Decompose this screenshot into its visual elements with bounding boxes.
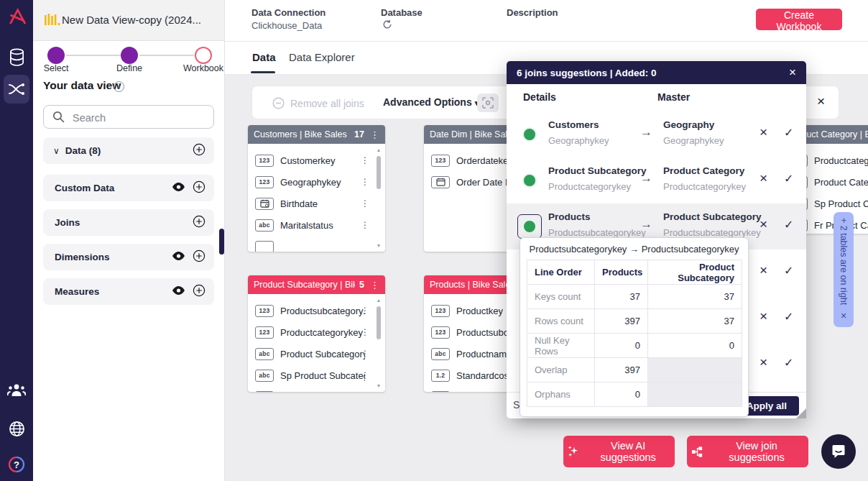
join-status-dot[interactable] [522, 173, 537, 188]
scrollbar-thumb[interactable] [377, 306, 381, 339]
field-menu-icon[interactable]: ⋮ [361, 349, 369, 359]
table-card-title: Product Subcategory | Bik... [254, 280, 355, 290]
modal-close-icon[interactable]: × [789, 65, 796, 80]
search-box [43, 105, 214, 129]
join-status-dot[interactable] [522, 127, 537, 142]
step-workbook-label: Workbook [175, 63, 232, 73]
scrollbar-thumb[interactable] [377, 156, 381, 189]
search-input[interactable] [71, 106, 211, 129]
skip-all-button-partial[interactable]: S [513, 399, 520, 411]
reject-join-icon[interactable]: × [760, 170, 767, 186]
section-measures[interactable]: Measures [43, 278, 214, 305]
tables-right-badge[interactable]: + 2 tables are on right × [834, 212, 854, 327]
field-menu-icon[interactable]: ⋮ [361, 370, 369, 380]
visibility-eye-icon[interactable] [172, 251, 185, 264]
tab-data-explorer[interactable]: Data Explorer [289, 51, 355, 63]
scroll-down-icon[interactable]: ▼ [377, 382, 382, 390]
step-select-circle[interactable] [47, 47, 65, 64]
advanced-options-label: Advanced Options [383, 96, 472, 108]
detail-key-name: Productsubcategorykey [548, 227, 646, 238]
card-scrollbar[interactable]: ▲ ▼ [374, 147, 383, 249]
add-join-icon[interactable] [193, 215, 206, 231]
view-ai-suggestions-button[interactable]: View AI suggestions [563, 436, 675, 467]
toolbar-close-icon[interactable]: × [817, 93, 825, 109]
reject-join-icon[interactable]: × [760, 216, 767, 232]
scroll-up-icon[interactable]: ▲ [377, 297, 382, 304]
badge-close-icon[interactable]: × [841, 310, 846, 321]
accept-join-icon[interactable]: ✓ [784, 310, 793, 324]
data-view-screen: ? New Data View-copy (2024... Select Def… [0, 0, 868, 481]
view-ai-suggestions-label: View AI suggestions [586, 440, 670, 463]
view-join-suggestions-button[interactable]: View join suggestions [687, 436, 808, 467]
database-nav-icon[interactable] [0, 48, 33, 66]
field-menu-icon[interactable]: ⋮ [361, 198, 369, 209]
field-name: Productname [456, 349, 512, 359]
table-card-header[interactable]: Customers | Bike Sales 17 ⋮ [248, 125, 385, 144]
field-menu-icon[interactable]: ⋮ [361, 155, 369, 165]
app-logo-icon[interactable] [0, 6, 33, 27]
detail-table-name: Products [548, 211, 591, 222]
section-dimensions[interactable]: Dimensions [43, 244, 214, 270]
card-scrollbar[interactable]: ▲ ▼ [374, 297, 383, 390]
reject-join-icon[interactable]: × [760, 262, 767, 278]
scroll-down-icon[interactable]: ▼ [377, 242, 382, 249]
field-menu-icon[interactable]: ⋮ [361, 177, 369, 187]
add-data-icon[interactable] [193, 143, 206, 159]
advanced-options-dropdown[interactable]: Advanced Options▾ [383, 96, 479, 108]
field-menu-icon[interactable]: ⋮ [361, 220, 369, 230]
help-nav-icon[interactable]: ? [0, 456, 33, 473]
accept-join-icon[interactable]: ✓ [784, 264, 793, 278]
field-name: Productkey [456, 306, 503, 316]
join-status-dot[interactable] [522, 219, 537, 234]
accept-join-icon[interactable]: ✓ [784, 218, 793, 232]
accept-join-icon[interactable]: ✓ [784, 356, 793, 370]
scroll-up-icon[interactable]: ▲ [377, 147, 382, 154]
search-icon [52, 111, 65, 126]
remove-all-joins-label: Remove all joins [290, 98, 364, 109]
panel-scrollbar-thumb[interactable] [219, 229, 224, 255]
left-rail: ? [0, 0, 33, 481]
visibility-eye-icon[interactable] [172, 285, 185, 298]
section-joins[interactable]: Joins [43, 209, 214, 236]
create-workbook-button[interactable]: Create Workbook [756, 9, 842, 30]
section-data[interactable]: ∨ Data (8) [43, 137, 214, 164]
fit-view-button[interactable] [477, 93, 499, 112]
accept-join-icon[interactable]: ✓ [784, 126, 793, 139]
users-nav-icon[interactable] [0, 382, 33, 397]
step-workbook-circle[interactable] [195, 47, 212, 64]
kebab-menu-icon[interactable]: ⋮ [370, 129, 379, 140]
reject-join-icon[interactable]: × [760, 308, 767, 324]
field-row: abc Product Subcategory ⋮ [248, 343, 385, 365]
refresh-icon[interactable] [382, 19, 392, 32]
detail-key-name: Productcategorykey [548, 181, 631, 192]
visibility-eye-icon[interactable] [172, 182, 185, 195]
remove-all-joins-button[interactable]: Remove all joins [272, 97, 364, 109]
add-measure-icon[interactable] [193, 284, 206, 300]
field-name: Productcategorykey [280, 327, 363, 338]
table-card-customers[interactable]: Customers | Bike Sales 17 ⋮ 123 Customer… [248, 125, 385, 252]
field-menu-icon[interactable]: ⋮ [361, 306, 369, 316]
field-row-partial [248, 386, 385, 392]
field-label: Description [507, 7, 558, 18]
reject-join-icon[interactable]: × [760, 124, 767, 140]
model-nav-icon[interactable] [0, 81, 33, 97]
chevron-down-icon[interactable]: ∨ [53, 146, 60, 156]
table-card-product-subcategory[interactable]: Product Subcategory | Bik... 5 ⋮ 123 Pro… [248, 275, 385, 392]
table-card-header[interactable]: Product Subcategory | Bik... 5 ⋮ [248, 275, 385, 294]
section-custom-data[interactable]: Custom Data [43, 175, 214, 201]
field-menu-icon[interactable]: ⋮ [361, 327, 369, 337]
add-custom-data-icon[interactable] [193, 180, 206, 196]
tab-data[interactable]: Data [252, 51, 276, 63]
resize-handle[interactable] [796, 408, 806, 418]
reject-join-icon[interactable]: × [760, 354, 767, 370]
step-define-circle[interactable] [121, 47, 138, 64]
details-column-header: Details [523, 91, 556, 103]
accept-join-icon[interactable]: ✓ [784, 172, 793, 185]
add-dimension-icon[interactable] [193, 249, 206, 265]
detail-table-name: Customers [548, 119, 599, 130]
stats-col-header: Line Order [527, 260, 595, 285]
modal-header: 6 joins suggestions | Added: 0 × [507, 61, 806, 84]
kebab-menu-icon[interactable]: ⋮ [370, 280, 379, 290]
chat-widget-button[interactable] [821, 434, 856, 469]
globe-nav-icon[interactable] [0, 421, 33, 437]
